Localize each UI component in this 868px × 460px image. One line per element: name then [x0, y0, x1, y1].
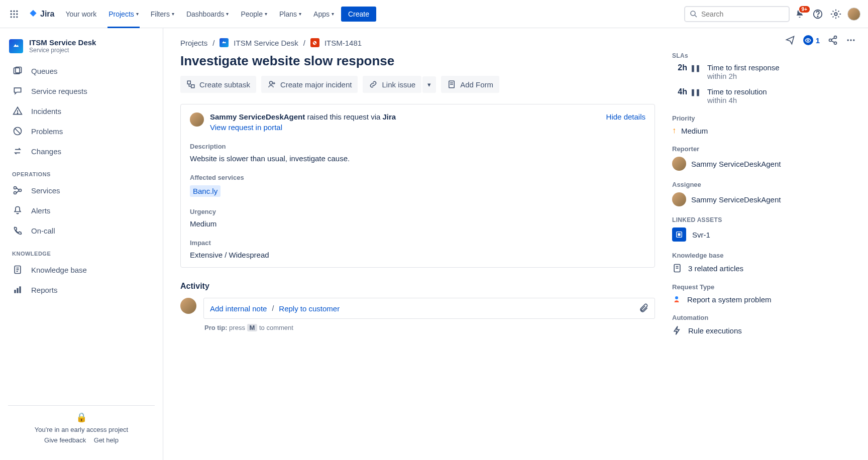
request-type-field[interactable]: Report a system problem — [672, 295, 856, 304]
svg-point-8 — [16, 16, 18, 18]
reporter-avatar — [190, 112, 204, 127]
request-details-box: Sammy ServiceDeskAgent raised this reque… — [180, 104, 655, 268]
impact-value[interactable]: Extensive / Widespread — [190, 251, 645, 259]
nav-your-work[interactable]: Your work — [60, 0, 101, 28]
sidebar-item-services[interactable]: Services — [5, 180, 158, 200]
svg-point-0 — [11, 10, 12, 12]
share-icon[interactable] — [828, 35, 838, 45]
project-avatar-icon — [9, 39, 23, 53]
sidebar-item-changes[interactable]: Changes — [5, 141, 158, 161]
priority-label: Priority — [672, 114, 856, 122]
assignee-field[interactable]: Sammy ServiceDeskAgent — [672, 192, 856, 206]
attachment-icon[interactable] — [638, 303, 648, 313]
breadcrumb-issue-key[interactable]: ITSM-1481 — [324, 39, 362, 47]
svg-point-1 — [13, 10, 15, 12]
lightning-icon — [672, 325, 682, 335]
more-actions-icon[interactable] — [846, 35, 856, 45]
svg-rect-30 — [17, 288, 18, 293]
search-input[interactable] — [701, 10, 785, 18]
give-feedback-link[interactable]: Give feedback — [44, 436, 86, 444]
svg-rect-34 — [187, 81, 190, 84]
watch-icon[interactable] — [803, 35, 813, 45]
issue-title[interactable]: Investigate website slow response — [180, 53, 655, 69]
svg-rect-35 — [191, 85, 194, 88]
request-type-label: Request Type — [672, 283, 856, 291]
project-icon — [220, 38, 229, 47]
sidebar-item-queues[interactable]: Queues — [5, 61, 158, 81]
svg-point-48 — [847, 39, 849, 41]
nav-dashboards[interactable]: Dashboards▾ — [181, 0, 234, 28]
jira-logo[interactable]: Jira — [24, 9, 58, 19]
link-icon — [369, 80, 378, 89]
hide-details-link[interactable]: Hide details — [606, 112, 645, 121]
svg-point-56 — [675, 296, 678, 299]
nav-apps[interactable]: Apps▾ — [308, 0, 339, 28]
early-access-text: You're in an early access project — [14, 426, 149, 433]
nav-filters[interactable]: Filters▾ — [146, 0, 179, 28]
svg-point-9 — [691, 11, 695, 16]
project-header[interactable]: ITSM Service Desk Service project — [5, 38, 158, 61]
sidebar-item-oncall[interactable]: On-call — [5, 220, 158, 241]
get-help-link[interactable]: Get help — [94, 436, 119, 444]
assignee-avatar — [672, 192, 686, 206]
nav-people[interactable]: People▾ — [236, 0, 272, 28]
notifications-icon[interactable]: 9+ — [792, 6, 808, 22]
nav-projects[interactable]: Projects▾ — [103, 0, 144, 28]
feedback-icon[interactable] — [785, 35, 795, 45]
create-subtask-button[interactable]: Create subtask — [180, 76, 256, 93]
link-issue-button[interactable]: Link issue — [363, 76, 421, 93]
app-switcher-icon[interactable] — [6, 6, 22, 22]
create-major-incident-button[interactable]: Create major incident — [261, 76, 358, 93]
sidebar: ITSM Service Desk Service project Queues… — [0, 28, 163, 460]
sidebar-item-knowledge-base[interactable]: Knowledge base — [5, 260, 158, 280]
svg-point-44 — [829, 39, 832, 42]
request-type-icon — [672, 295, 681, 304]
nav-plans[interactable]: Plans▾ — [274, 0, 306, 28]
sla-first-response[interactable]: 2h❚❚ Time to first responsewithin 2h — [672, 63, 856, 80]
affected-service-link[interactable]: Banc.ly — [190, 185, 221, 197]
add-form-button[interactable]: Add Form — [441, 76, 499, 93]
comment-box[interactable]: Add internal note / Reply to customer — [203, 298, 655, 319]
request-reporter: Sammy ServiceDeskAgent — [210, 112, 305, 121]
sidebar-item-problems[interactable]: Problems — [5, 121, 158, 141]
linked-asset[interactable]: Svr-1 — [672, 227, 856, 242]
description-value[interactable]: Website is slower than usual, investigat… — [190, 154, 645, 163]
reporter-label: Reporter — [672, 145, 856, 153]
sla-resolution[interactable]: 4h❚❚ Time to resolutionwithin 4h — [672, 87, 856, 104]
svg-line-23 — [17, 188, 19, 190]
svg-line-24 — [17, 191, 19, 193]
knowledge-base-articles[interactable]: 3 related articles — [672, 263, 856, 273]
document-icon — [672, 263, 682, 273]
jira-icon — [28, 9, 38, 19]
sidebar-item-incidents[interactable]: Incidents — [5, 101, 158, 121]
help-icon[interactable] — [810, 6, 826, 22]
chat-icon — [12, 86, 23, 96]
reporter-field[interactable]: Sammy ServiceDeskAgent — [672, 157, 856, 171]
asset-icon — [672, 227, 686, 242]
reply-to-customer-link[interactable]: Reply to customer — [279, 304, 340, 313]
urgency-value[interactable]: Medium — [190, 219, 645, 228]
add-internal-note-link[interactable]: Add internal note — [210, 304, 267, 313]
automation-rule-executions[interactable]: Rule executions — [672, 325, 856, 335]
search-box[interactable] — [684, 6, 790, 22]
svg-point-7 — [13, 16, 15, 18]
breadcrumb-project[interactable]: ITSM Service Desk — [234, 39, 298, 47]
create-button[interactable]: Create — [341, 7, 376, 22]
settings-icon[interactable] — [828, 6, 844, 22]
issue-type-icon — [310, 38, 319, 47]
view-request-portal-link[interactable]: View request in portal — [210, 123, 282, 132]
svg-rect-29 — [14, 290, 16, 293]
profile-avatar[interactable] — [846, 6, 862, 22]
svg-point-45 — [834, 42, 837, 44]
sidebar-item-service-requests[interactable]: Service requests — [5, 81, 158, 101]
impact-label: Impact — [190, 239, 645, 247]
priority-field[interactable]: ↑ Medium — [672, 126, 856, 135]
sidebar-item-reports[interactable]: Reports — [5, 280, 158, 300]
breadcrumb-projects[interactable]: Projects — [180, 39, 207, 47]
sidebar-item-alerts[interactable]: Alerts — [5, 200, 158, 220]
link-issue-dropdown[interactable]: ▾ — [422, 76, 436, 93]
reporter-avatar — [672, 157, 686, 171]
reports-icon — [12, 285, 23, 295]
incident-plus-icon — [267, 80, 276, 89]
watchers-count[interactable]: 1 — [816, 36, 820, 45]
